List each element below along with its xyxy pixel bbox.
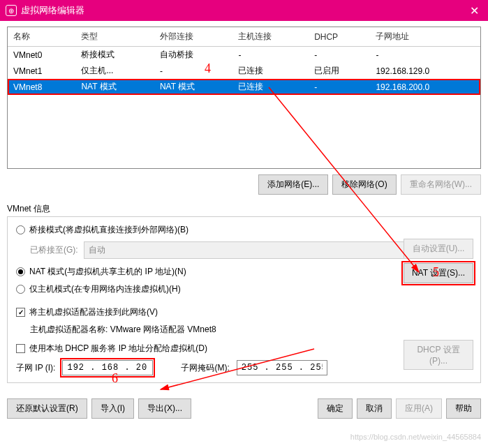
titlebar: ⊕ 虚拟网络编辑器 ✕: [0, 0, 488, 21]
add-network-button[interactable]: 添加网络(E)...: [258, 174, 328, 195]
column-header[interactable]: 名称: [8, 27, 75, 47]
apply-button: 应用(A): [396, 398, 442, 419]
host-only-mode-radio[interactable]: [16, 285, 25, 294]
column-header[interactable]: 主机连接: [232, 27, 309, 47]
network-table[interactable]: 名称类型外部连接主机连接DHCP子网地址 VMnet0桥接模式自动桥接---VM…: [7, 27, 481, 169]
subnet-ip-input[interactable]: [62, 360, 153, 375]
column-header[interactable]: 子网地址: [370, 27, 480, 47]
nat-settings-button[interactable]: NAT 设置(S)...: [404, 263, 473, 283]
restore-default-button[interactable]: 还原默认设置(R): [7, 398, 87, 419]
table-row[interactable]: VMnet0桥接模式自动桥接---: [8, 47, 480, 64]
subnet-ip-label: 子网 IP (I):: [16, 362, 55, 374]
close-button[interactable]: ✕: [460, 0, 488, 21]
dhcp-settings-button: DHCP 设置(P)...: [404, 340, 473, 370]
auto-settings-button: 自动设置(U)...: [404, 239, 473, 259]
vmnet-info-panel: 桥接模式(将虚拟机直接连接到外部网络)(B) 已桥接至(G): 自动 ▾ 自动设…: [7, 216, 481, 383]
use-dhcp-checkbox[interactable]: [16, 344, 25, 353]
adapter-name-label: 主机虚拟适配器名称: VMware 网络适配器 VMnet8: [30, 324, 216, 336]
nat-mode-radio[interactable]: [16, 267, 25, 276]
help-button[interactable]: 帮助: [446, 398, 481, 419]
cancel-button[interactable]: 取消: [357, 398, 392, 419]
bridge-mode-radio[interactable]: [16, 225, 25, 234]
export-button[interactable]: 导出(X)...: [138, 398, 191, 419]
connect-adapter-label: 将主机虚拟适配器连接到此网络(V): [29, 306, 158, 318]
import-button[interactable]: 导入(I): [91, 398, 134, 419]
table-row[interactable]: VMnet8NAT 模式NAT 模式已连接-192.168.200.0: [8, 79, 480, 95]
app-icon: ⊕: [6, 5, 17, 16]
connect-adapter-checkbox[interactable]: [16, 308, 25, 317]
vmnet-info-label: VMnet 信息: [7, 203, 481, 215]
window-title: 虚拟网络编辑器: [21, 4, 84, 17]
nat-mode-label: NAT 模式(与虚拟机共享主机的 IP 地址)(N): [29, 266, 186, 278]
bridge-to-label: 已桥接至(G):: [30, 244, 78, 256]
column-header[interactable]: 外部连接: [154, 27, 233, 47]
bridge-mode-label: 桥接模式(将虚拟机直接连接到外部网络)(B): [29, 224, 188, 236]
column-header[interactable]: 类型: [75, 27, 154, 47]
rename-network-button: 重命名网络(W)...: [401, 174, 481, 195]
watermark: https://blog.csdn.net/weixin_44565884: [350, 433, 481, 441]
use-dhcp-label: 使用本地 DHCP 服务将 IP 地址分配给虚拟机(D): [29, 343, 207, 354]
remove-network-button[interactable]: 移除网络(O): [332, 174, 396, 195]
column-header[interactable]: DHCP: [309, 27, 370, 47]
subnet-mask-input[interactable]: [237, 360, 327, 375]
ok-button[interactable]: 确定: [318, 398, 353, 419]
table-row[interactable]: VMnet1仅主机...-已连接已启用192.168.129.0: [8, 63, 480, 79]
host-only-mode-label: 仅主机模式(在专用网络内连接虚拟机)(H): [29, 283, 181, 295]
subnet-mask-label: 子网掩码(M):: [181, 362, 229, 374]
